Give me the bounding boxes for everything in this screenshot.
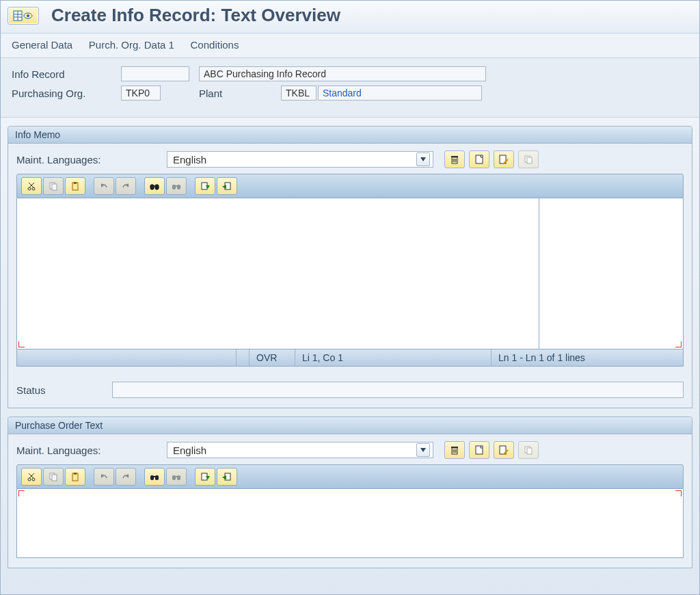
status-field[interactable] bbox=[112, 382, 684, 398]
clipboard-icon bbox=[70, 181, 80, 191]
copy-text-button[interactable] bbox=[43, 177, 64, 195]
undo-icon bbox=[99, 472, 109, 481]
menu-conditions[interactable]: Conditions bbox=[191, 39, 239, 51]
export-icon bbox=[222, 472, 232, 481]
editor-toolbar bbox=[16, 464, 684, 489]
copy-icon bbox=[524, 155, 533, 164]
plant-input[interactable]: TKBL bbox=[281, 85, 317, 101]
svg-rect-29 bbox=[153, 185, 156, 187]
delete-button[interactable] bbox=[444, 441, 465, 459]
header-fields: Info Record ABC Purchasing Info Record P… bbox=[1, 58, 699, 118]
status-seg-divider bbox=[237, 349, 250, 366]
svg-point-48 bbox=[28, 478, 31, 481]
grid-eye-icon bbox=[13, 10, 33, 21]
crop-corner-icon bbox=[18, 341, 25, 347]
svg-line-19 bbox=[29, 183, 34, 187]
create-button[interactable] bbox=[469, 441, 489, 459]
category-input[interactable]: Standard bbox=[318, 85, 482, 101]
language-value: English bbox=[173, 445, 206, 456]
svg-rect-43 bbox=[476, 446, 483, 454]
svg-rect-42 bbox=[451, 447, 458, 448]
svg-point-18 bbox=[32, 187, 35, 190]
menu-bar: General Data Purch. Org. Data 1 Conditio… bbox=[1, 34, 699, 58]
copy-button[interactable] bbox=[518, 441, 539, 459]
delete-button[interactable] bbox=[444, 150, 465, 168]
redo-button[interactable] bbox=[116, 468, 136, 486]
undo-button[interactable] bbox=[94, 468, 114, 486]
status-label: Status bbox=[16, 384, 112, 396]
purch-org-label: Purchasing Org. bbox=[12, 88, 121, 99]
ruler-line bbox=[539, 198, 539, 349]
svg-marker-26 bbox=[126, 183, 129, 187]
svg-rect-55 bbox=[74, 473, 77, 475]
export-button[interactable] bbox=[217, 468, 237, 486]
status-ovr: OVR bbox=[250, 349, 295, 366]
trash-icon bbox=[450, 445, 459, 455]
svg-marker-6 bbox=[420, 157, 426, 161]
document-icon bbox=[474, 155, 484, 164]
svg-marker-57 bbox=[126, 474, 129, 478]
redo-button[interactable] bbox=[116, 177, 136, 195]
find-button[interactable] bbox=[144, 468, 165, 486]
menu-purch-org-data[interactable]: Purch. Org. Data 1 bbox=[89, 39, 174, 51]
page-title: Create Info Record: Text Overview bbox=[51, 5, 340, 26]
text-editor[interactable] bbox=[16, 489, 684, 558]
info-record-input[interactable] bbox=[121, 66, 189, 81]
copy-text-button[interactable] bbox=[43, 468, 64, 486]
svg-line-20 bbox=[29, 183, 33, 187]
language-select[interactable]: English bbox=[167, 442, 433, 458]
info-record-desc[interactable]: ABC Purchasing Info Record bbox=[199, 66, 486, 81]
paste-button[interactable] bbox=[65, 177, 85, 195]
language-value: English bbox=[173, 154, 206, 166]
copy-icon bbox=[49, 472, 58, 481]
svg-rect-16 bbox=[527, 157, 532, 163]
svg-line-51 bbox=[29, 473, 33, 478]
info-memo-header: Info Memo bbox=[8, 127, 692, 144]
plant-label: Plant bbox=[199, 88, 281, 99]
svg-point-17 bbox=[28, 187, 31, 190]
status-seg-blank bbox=[17, 349, 237, 366]
language-select[interactable]: English bbox=[167, 151, 433, 168]
svg-marker-37 bbox=[420, 448, 426, 452]
svg-point-5 bbox=[27, 14, 29, 17]
menu-general-data[interactable]: General Data bbox=[12, 39, 72, 51]
svg-rect-32 bbox=[175, 185, 178, 187]
cut-button[interactable] bbox=[21, 468, 42, 486]
find-next-button[interactable] bbox=[166, 468, 187, 486]
edit-button[interactable] bbox=[494, 150, 514, 168]
purch-org-input[interactable]: TKP0 bbox=[121, 85, 161, 101]
find-next-button[interactable] bbox=[166, 177, 187, 195]
status-line-col: Li 1, Co 1 bbox=[295, 349, 492, 366]
svg-rect-63 bbox=[175, 476, 178, 477]
scissors-icon bbox=[27, 181, 36, 191]
svg-rect-24 bbox=[74, 182, 77, 184]
find-button[interactable] bbox=[144, 177, 165, 195]
import-button[interactable] bbox=[195, 468, 215, 486]
purchase-order-text-panel: Purchase Order Text Maint. Languages: En… bbox=[8, 416, 692, 568]
export-button[interactable] bbox=[217, 177, 237, 195]
maint-languages-label: Maint. Languages: bbox=[16, 445, 167, 456]
edit-button[interactable] bbox=[494, 441, 514, 459]
cut-button[interactable] bbox=[21, 177, 42, 195]
status-line-range: Ln 1 - Ln 1 of 1 lines bbox=[492, 349, 683, 366]
copy-button[interactable] bbox=[518, 150, 539, 168]
create-button[interactable] bbox=[469, 150, 489, 168]
editor-status-bar: OVR Li 1, Co 1 Ln 1 - Ln 1 of 1 lines bbox=[16, 349, 684, 367]
paste-button[interactable] bbox=[65, 468, 85, 486]
text-editor[interactable] bbox=[16, 198, 684, 349]
import-button[interactable] bbox=[195, 177, 215, 195]
po-text-header: Purchase Order Text bbox=[8, 417, 692, 434]
info-record-label: Info Record bbox=[12, 68, 121, 80]
overview-icon-button[interactable] bbox=[8, 7, 39, 25]
import-icon bbox=[200, 181, 210, 191]
pencil-document-icon bbox=[499, 155, 509, 164]
dropdown-arrow-icon bbox=[416, 153, 430, 166]
copy-icon bbox=[524, 445, 533, 455]
svg-marker-56 bbox=[101, 474, 104, 478]
pencil-document-icon bbox=[499, 445, 509, 455]
svg-marker-25 bbox=[101, 183, 104, 187]
editor-toolbar bbox=[16, 174, 684, 198]
dropdown-arrow-icon bbox=[416, 443, 430, 457]
scissors-icon bbox=[27, 472, 36, 481]
undo-button[interactable] bbox=[94, 177, 114, 195]
